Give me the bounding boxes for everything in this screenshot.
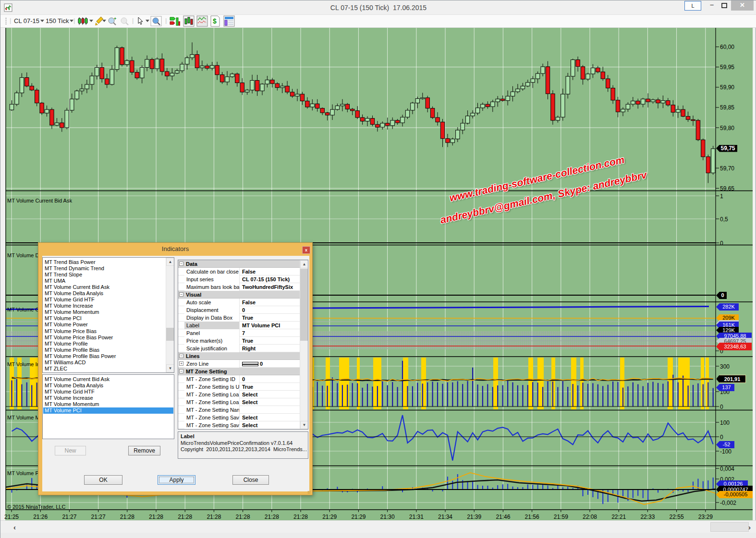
svg-text:+: + — [114, 16, 116, 21]
svg-text:$: $ — [213, 17, 217, 25]
